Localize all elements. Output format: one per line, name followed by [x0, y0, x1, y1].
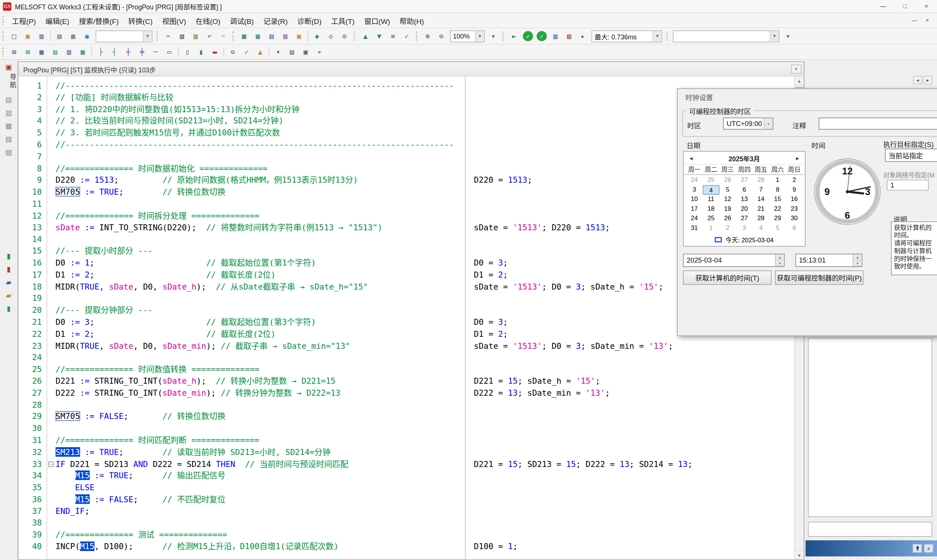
cal-day[interactable]: 10 [686, 195, 703, 204]
comment-input[interactable] [819, 118, 937, 130]
label-editor-icon[interactable]: ▤ [265, 30, 278, 42]
device-test-icon[interactable]: ▨ [563, 30, 575, 42]
code-line-7[interactable] [55, 151, 465, 163]
cal-day[interactable]: 11 [703, 195, 719, 204]
window-icon[interactable]: ▣ [3, 62, 15, 72]
menu-item-6[interactable]: 调试(B) [225, 13, 259, 28]
global-label-icon[interactable]: ▥ [63, 46, 75, 58]
program-list-icon[interactable]: ▦ [35, 46, 48, 58]
open-contact-icon[interactable]: ├ [94, 46, 107, 58]
cal-day[interactable]: 29 [769, 214, 786, 223]
code-line-2[interactable]: // [功能] 时间数据解析与比较 [55, 92, 465, 104]
code-line-1[interactable]: //--------------------------------------… [55, 80, 465, 92]
cal-day[interactable]: 15 [769, 195, 786, 204]
comment-display-icon[interactable]: ▤ [285, 46, 298, 58]
device-memory-icon[interactable]: ▦ [251, 30, 264, 42]
watch-window-icon[interactable]: ▥ [549, 30, 562, 42]
docked-input-row[interactable] [808, 522, 932, 537]
time-picker-input[interactable]: 15:13:01 ▲ ▼ [795, 254, 862, 267]
connect-destination-icon[interactable]: ▤ [3, 94, 15, 106]
zoom-combo-caret-icon[interactable]: ▾ [475, 31, 484, 42]
code-line-19[interactable] [55, 292, 465, 305]
cal-day[interactable]: 4 [703, 185, 719, 194]
code-line-10[interactable]: SM705 := TRUE; // 转换位数切换 [55, 186, 465, 198]
element-selection-icon[interactable]: ▧ [3, 133, 15, 145]
watch-icon[interactable]: ▦ [3, 120, 15, 132]
monitor-target-combo[interactable]: ▾ [673, 30, 779, 42]
branch-icon[interactable]: ╪ [136, 46, 148, 58]
warning-list-icon[interactable]: ▲ [254, 46, 267, 58]
cal-day[interactable]: 16 [786, 195, 802, 204]
fb-editor-icon[interactable]: ▣ [293, 30, 305, 42]
cal-day[interactable]: 5 [769, 223, 786, 232]
h-line-icon[interactable]: ─ [149, 46, 162, 58]
date-up-icon[interactable]: ▲ [776, 254, 784, 260]
cal-day[interactable]: 3 [736, 223, 752, 232]
local-label-icon[interactable]: ▤ [49, 46, 62, 58]
cal-day[interactable]: 27 [736, 214, 752, 223]
code-line-36[interactable]: M15 := FALSE; // 不匹配时复位 [55, 494, 465, 506]
menu-item-4[interactable]: 视图(V) [157, 13, 191, 28]
minimize-button[interactable]: — [872, 0, 894, 12]
st-editor-icon[interactable]: ▯ [181, 46, 194, 58]
new-file-icon[interactable]: □ [8, 30, 20, 42]
code-line-27[interactable]: D222 := STRING_TO_INT(sDate_min); // 转换分… [55, 388, 465, 400]
date-picker-input[interactable]: 2025-03-04 ▲ ▼ [683, 254, 784, 267]
code-line-40[interactable]: INCP(M15, D100); // 检测M15上升沿，D100自增1(记录匹… [55, 541, 465, 553]
menu-item-10[interactable]: 窗口(W) [359, 13, 395, 28]
cross-reference-icon[interactable]: ◆ [311, 30, 323, 42]
close-button[interactable]: × [915, 0, 937, 12]
redo-icon[interactable]: ↷ [217, 30, 229, 42]
cal-day[interactable]: 1 [769, 175, 786, 185]
code-line-5[interactable]: // 3. 若时间匹配则触发M15信号，并通过D100计数匹配次数 [55, 127, 465, 139]
history-icon[interactable]: ▨ [3, 146, 15, 158]
quick-access-combo-caret-icon[interactable]: ▾ [143, 31, 152, 42]
code-line-13[interactable]: sDate := INT_TO_STRING(D220); // 将整数时间转为… [55, 222, 465, 234]
cal-day[interactable]: 20 [736, 204, 752, 214]
fbd-editor-icon[interactable]: ▮ [195, 46, 207, 58]
cal-day[interactable]: 21 [753, 204, 769, 214]
convert-all-icon[interactable]: ▼ [373, 30, 385, 42]
navigation-label[interactable]: 导航 [0, 74, 17, 89]
cal-day[interactable]: 6 [736, 185, 752, 194]
cal-day[interactable]: 28 [753, 175, 769, 185]
menu-item-2[interactable]: 搜索/替换(F) [74, 13, 123, 28]
docked-panel-header[interactable]: × [806, 540, 937, 556]
code-line-21[interactable]: D0 := 3; // 截取起始位置(第3个字符) [55, 317, 465, 329]
cal-day[interactable]: 3 [686, 185, 703, 194]
get-pc-time-button[interactable]: 获取计算机的时间(T) [683, 271, 772, 285]
maximize-button[interactable]: □ [894, 0, 915, 12]
display-caret-icon[interactable]: ▾ [272, 46, 284, 58]
menu-item-0[interactable]: 工程(P) [7, 13, 40, 28]
calendar-prev-icon[interactable]: ◄ [689, 155, 694, 161]
delete-block-icon[interactable]: ▬ [209, 46, 221, 58]
find-replace-icon[interactable]: ⊙ [338, 30, 350, 42]
module-configuration-icon[interactable]: ⊠ [22, 46, 34, 58]
code-line-3[interactable]: // 1. 将D220中的时间整数值(如1513=15:13)拆分为小时和分钟 [55, 103, 465, 115]
cal-day[interactable]: 13 [736, 195, 752, 204]
cal-day[interactable]: 25 [703, 214, 719, 223]
code-line-39[interactable]: //============== 测试 ============== [55, 529, 465, 541]
monitor-caret-icon[interactable]: ▾ [781, 30, 794, 42]
scan-time-combo-caret-icon[interactable]: ▾ [653, 31, 661, 42]
cal-day[interactable]: 26 [719, 214, 736, 223]
code-line-26[interactable]: D221 := STRING_TO_INT(sDate_h); // 转换小时为… [55, 375, 465, 388]
copy-icon[interactable]: ▧ [176, 30, 188, 42]
calendar-next-icon[interactable]: ► [795, 155, 800, 161]
code-line-37[interactable]: END_IF; [55, 506, 465, 518]
structured-data-icon[interactable]: ▩ [77, 46, 89, 58]
undo-icon[interactable]: ↶ [203, 30, 216, 42]
menu-item-11[interactable]: 帮助(H) [395, 13, 428, 28]
save-icon[interactable]: ▥ [35, 30, 48, 42]
code-line-15[interactable]: //--- 提取小时部分 --- [55, 245, 465, 257]
dock-close-icon[interactable]: × [924, 544, 933, 553]
code-line-4[interactable]: // 2. 比较当前时间与预设时间(SD213=小时, SD214=分钟) [55, 115, 465, 128]
code-line-29[interactable]: SM705 := FALSE; // 转换位数切换 [55, 411, 465, 423]
zoom-out-icon[interactable]: ⊖ [435, 30, 447, 42]
code-line-17[interactable]: D1 := 2; // 截取长度(2位) [55, 269, 465, 281]
menu-item-7[interactable]: 记录(R) [259, 13, 292, 28]
cal-day[interactable]: 23 [786, 204, 802, 214]
verify-icon[interactable]: ▥ [3, 107, 15, 119]
calendar-today-row[interactable]: 今天: 2025-03-04 [684, 234, 805, 245]
fold-collapse-icon[interactable]: − [48, 462, 54, 467]
